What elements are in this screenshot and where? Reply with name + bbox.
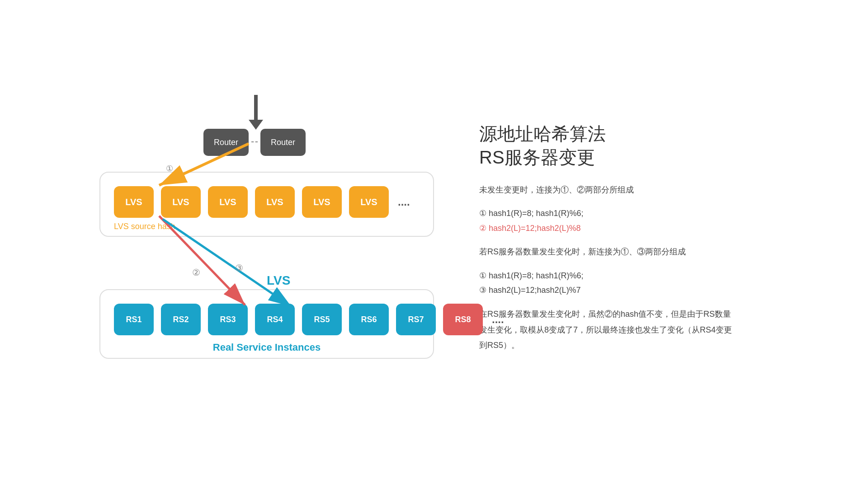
rs-node-3: RS3 xyxy=(208,304,248,335)
circle-3-svg: ③ xyxy=(235,263,243,273)
arrow-head xyxy=(249,120,263,130)
rs-node-2: RS2 xyxy=(161,304,201,335)
lvs-node-2: LVS xyxy=(161,186,201,218)
desc4-1: ① hash1(R)=8; hash1(R)%6; xyxy=(479,268,796,283)
lvs-nodes-row: LVS LVS LVS LVS LVS LVS .... xyxy=(114,186,420,218)
rs-node-8: RS8 xyxy=(443,304,483,335)
lvs-section-label: LVS xyxy=(267,273,290,288)
desc3: 若RS服务器数量发生变化时，新连接为①、③两部分组成 xyxy=(479,244,796,259)
circle-2-svg: ② xyxy=(192,267,200,277)
rs-section: RS1 RS2 RS3 RS4 RS5 RS6 RS7 RS8 .... Rea… xyxy=(99,289,434,359)
rs-node-6: RS6 xyxy=(349,304,389,335)
lvs-source-label: LVS source hash xyxy=(114,222,175,231)
circle-1-label: ① xyxy=(166,164,173,174)
arrow-shaft xyxy=(254,95,258,120)
main-title: 源地址哈希算法 RS服务器变更 xyxy=(479,122,796,169)
router-box-1: Router xyxy=(203,129,249,156)
desc2-2: ② hash2(L)=12;hash2(L)%8 xyxy=(479,221,796,235)
desc2-1: ① hash1(R)=8; hash1(R)%6; xyxy=(479,206,796,221)
desc1: 未发生变更时，连接为①、②两部分所组成 xyxy=(479,183,796,197)
rs-node-7: RS7 xyxy=(396,304,436,335)
desc-block-2: ① hash1(R)=8; hash1(R)%6; ② hash2(L)=12;… xyxy=(479,206,796,235)
lvs-node-1: LVS xyxy=(114,186,154,218)
routers-row: Router Router xyxy=(203,129,306,156)
lvs-node-5: LVS xyxy=(302,186,342,218)
desc-block-4: ① hash1(R)=8; hash1(R)%6; ③ hash2(L)=12;… xyxy=(479,268,796,298)
router-box-2: Router xyxy=(260,129,306,156)
lvs-node-6: LVS xyxy=(349,186,389,218)
rs-nodes-row: RS1 RS2 RS3 RS4 RS5 RS6 RS7 RS8 .... xyxy=(114,304,420,335)
desc-block-1: 未发生变更时，连接为①、②两部分所组成 xyxy=(479,183,796,197)
title-line1: 源地址哈希算法 xyxy=(479,122,796,145)
rs-section-label: Real Service Instances xyxy=(213,342,321,353)
text-section: 源地址哈希算法 RS服务器变更 未发生变更时，连接为①、②两部分所组成 ① ha… xyxy=(479,95,796,362)
desc-block-3: 若RS服务器数量发生变化时，新连接为①、③两部分组成 xyxy=(479,244,796,259)
title-line2: RS服务器变更 xyxy=(479,145,796,169)
rs-node-4: RS4 xyxy=(255,304,295,335)
lvs-section: ① LVS LVS LVS LVS LVS LVS .... LVS sourc… xyxy=(99,172,434,237)
desc5: 在RS服务器数量发生变化时，虽然②的hash值不变，但是由于RS数量发生变化，取… xyxy=(479,306,732,353)
rs-node-1: RS1 xyxy=(114,304,154,335)
down-arrow xyxy=(249,95,263,130)
desc-block-5: 在RS服务器数量发生变化时，虽然②的hash值不变，但是由于RS数量发生变化，取… xyxy=(479,306,796,353)
rs-dots: .... xyxy=(492,313,504,326)
rs-node-5: RS5 xyxy=(302,304,342,335)
router-dashed xyxy=(251,141,258,142)
lvs-dots: .... xyxy=(398,196,410,208)
lvs-node-3: LVS xyxy=(208,186,248,218)
desc4-2: ③ hash2(L)=12;hash2(L)%7 xyxy=(479,283,796,297)
lvs-node-4: LVS xyxy=(255,186,295,218)
